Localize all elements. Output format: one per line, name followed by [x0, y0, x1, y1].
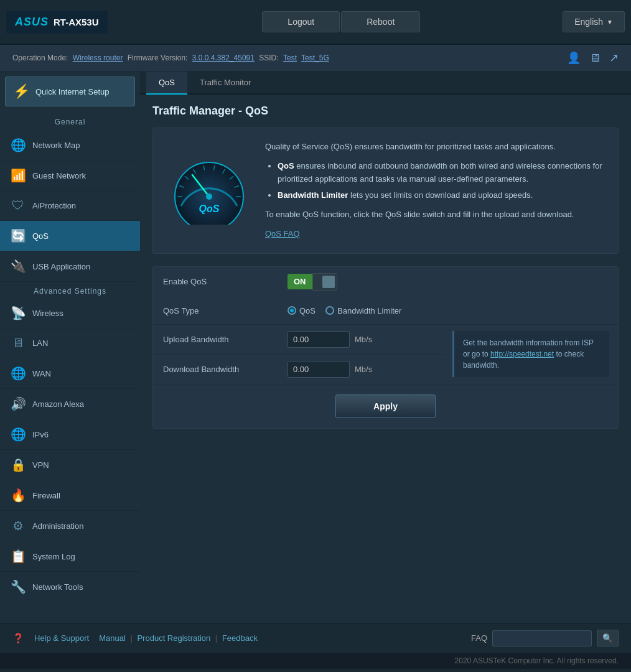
- ssid-2g[interactable]: Test: [283, 54, 297, 62]
- radio-group-qos-type: QoS Bandwidth Limiter: [287, 306, 401, 315]
- faq-search-button[interactable]: 🔍: [597, 630, 619, 646]
- sidebar-item-wireless[interactable]: 📡 Wireless: [0, 298, 140, 329]
- qos-image: QoS: [169, 156, 250, 225]
- upload-bandwidth-input[interactable]: [287, 331, 350, 348]
- language-label: English: [574, 17, 603, 27]
- sidebar-item-network-tools[interactable]: 🔧 Network Tools: [0, 572, 140, 602]
- quick-setup-icon: ⚡: [13, 83, 29, 100]
- separator: |: [130, 633, 132, 643]
- sidebar-item-system-log[interactable]: 📋 System Log: [0, 541, 140, 572]
- bandwidth-inputs: Upload Bandwidth Mb/s Download Bandwidth: [153, 325, 444, 384]
- sidebar-item-label: Wireless: [32, 309, 63, 318]
- info-section: QoS Quality of Service (QoS) ensures ban…: [152, 128, 619, 254]
- sidebar-item-label: QoS: [32, 231, 49, 241]
- operation-mode-value[interactable]: Wireless router: [73, 54, 123, 62]
- faq-search-input[interactable]: [492, 630, 592, 646]
- manual-link[interactable]: Manual: [99, 633, 126, 643]
- sidebar-item-vpn[interactable]: 🔒 VPN: [0, 450, 140, 480]
- separator: |: [215, 633, 217, 643]
- sidebar-item-firewall[interactable]: 🔥 Firewall: [0, 480, 140, 511]
- apply-button[interactable]: Apply: [335, 394, 436, 418]
- product-registration-link[interactable]: Product Registration: [137, 633, 210, 643]
- sidebar-item-label: USB Application: [32, 262, 90, 271]
- qos-icon: 🔄: [10, 228, 26, 243]
- sidebar: ⚡ Quick Internet Setup General 🌐 Network…: [0, 72, 140, 623]
- usb-application-icon: 🔌: [10, 259, 26, 274]
- ssid-label: SSID:: [259, 54, 278, 62]
- footer-links: Manual | Product Registration | Feedback: [99, 633, 258, 643]
- settings-table: Enable QoS ON QoS Type: [152, 266, 619, 429]
- administration-icon: ⚙: [10, 518, 26, 533]
- quick-setup-label: Quick Internet Setup: [35, 87, 110, 96]
- sidebar-item-network-map[interactable]: 🌐 Network Map: [0, 130, 140, 161]
- toggle-switch[interactable]: [312, 273, 337, 291]
- main-layout: ⚡ Quick Internet Setup General 🌐 Network…: [0, 72, 631, 623]
- wan-icon: 🌐: [10, 366, 26, 381]
- qos-type-value: QoS Bandwidth Limiter: [278, 300, 618, 322]
- vpn-icon: 🔒: [10, 457, 26, 472]
- sidebar-item-label: Administration: [32, 521, 83, 531]
- enable-qos-row: Enable QoS ON: [153, 267, 618, 297]
- monitor-icon[interactable]: 🖥: [589, 52, 601, 65]
- ssid-5g[interactable]: Test_5G: [301, 54, 329, 62]
- info-description: Quality of Service (QoS) ensures bandwid…: [265, 141, 605, 241]
- download-bw-label: Download Bandwidth: [153, 358, 278, 380]
- language-button[interactable]: English ▼: [563, 11, 625, 32]
- copyright-text: 2020 ASUSTeK Computer Inc. All rights re…: [455, 656, 619, 665]
- enable-qos-value: ON: [278, 267, 618, 297]
- radio-bandwidth-limiter[interactable]: Bandwidth Limiter: [325, 306, 401, 315]
- isp-hint-area: Get the bandwidth information from ISP o…: [444, 325, 618, 384]
- qos-faq-link[interactable]: QoS FAQ: [265, 229, 300, 238]
- tab-traffic-monitor[interactable]: Traffic Monitor: [187, 72, 263, 95]
- qos-logo: QoS: [166, 141, 253, 241]
- firmware-value[interactable]: 3.0.0.4.382_45091: [192, 54, 255, 62]
- sidebar-item-qos[interactable]: 🔄 QoS: [0, 221, 140, 251]
- radio-qos[interactable]: QoS: [287, 306, 316, 315]
- logo-area: ASUS RT-AX53U: [6, 11, 108, 34]
- share-icon[interactable]: ↗: [609, 51, 619, 65]
- upload-bw-value: Mb/s: [278, 325, 444, 354]
- download-bandwidth-row: Download Bandwidth Mb/s: [153, 355, 444, 384]
- sidebar-item-lan[interactable]: 🖥 LAN: [0, 329, 140, 358]
- sidebar-item-label: Network Map: [32, 141, 80, 150]
- radio-bw-dot: [325, 306, 334, 315]
- svg-text:QoS: QoS: [199, 203, 220, 214]
- upload-bw-label: Upload Bandwidth: [153, 329, 278, 350]
- tab-qos[interactable]: QoS: [146, 72, 187, 95]
- feedback-link[interactable]: Feedback: [222, 633, 258, 643]
- network-map-icon: 🌐: [10, 138, 26, 152]
- sidebar-item-guest-network[interactable]: 📶 Guest Network: [0, 161, 140, 191]
- sidebar-item-aiprotection[interactable]: 🛡 AiProtection: [0, 191, 140, 221]
- general-section-label: General: [0, 111, 140, 130]
- bullet-bw-limiter: Bandwidth Limiter lets you set limits on…: [278, 189, 605, 202]
- download-bandwidth-input[interactable]: [287, 361, 350, 378]
- aiprotection-icon: 🛡: [10, 198, 26, 213]
- logout-button[interactable]: Logout: [262, 11, 340, 32]
- toggle-container[interactable]: ON: [287, 273, 337, 291]
- sidebar-item-amazon-alexa[interactable]: 🔊 Amazon Alexa: [0, 389, 140, 419]
- info-bar: Operation Mode: Wireless router Firmware…: [0, 45, 631, 72]
- sidebar-item-label: Firewall: [32, 491, 60, 500]
- user-icon[interactable]: 👤: [567, 51, 581, 65]
- instruction-text: To enable QoS function, click the QoS sl…: [265, 208, 605, 222]
- wireless-icon: 📡: [10, 306, 26, 320]
- help-icon: ❓: [12, 633, 24, 644]
- sidebar-item-wan[interactable]: 🌐 WAN: [0, 358, 140, 389]
- reboot-button[interactable]: Reboot: [341, 11, 420, 32]
- amazon-alexa-icon: 🔊: [10, 396, 26, 411]
- system-log-icon: 📋: [10, 549, 26, 564]
- sidebar-item-usb-application[interactable]: 🔌 USB Application: [0, 251, 140, 282]
- upload-bw-unit: Mb/s: [355, 335, 372, 344]
- tab-bar: QoS Traffic Monitor: [140, 72, 631, 95]
- firewall-icon: 🔥: [10, 488, 26, 503]
- sidebar-item-administration[interactable]: ⚙ Administration: [0, 511, 140, 541]
- page-content: Traffic Manager - QoS: [140, 95, 631, 439]
- network-tools-icon: 🔧: [10, 579, 26, 594]
- upload-bandwidth-row: Upload Bandwidth Mb/s: [153, 325, 444, 355]
- svg-point-12: [206, 194, 212, 200]
- sidebar-item-ipv6[interactable]: 🌐 IPv6: [0, 419, 140, 450]
- sidebar-item-quick-setup[interactable]: ⚡ Quick Internet Setup: [5, 77, 135, 106]
- chevron-down-icon: ▼: [607, 19, 613, 26]
- speedtest-link[interactable]: http://speedtest.net: [490, 350, 554, 358]
- sidebar-item-label: LAN: [32, 338, 48, 348]
